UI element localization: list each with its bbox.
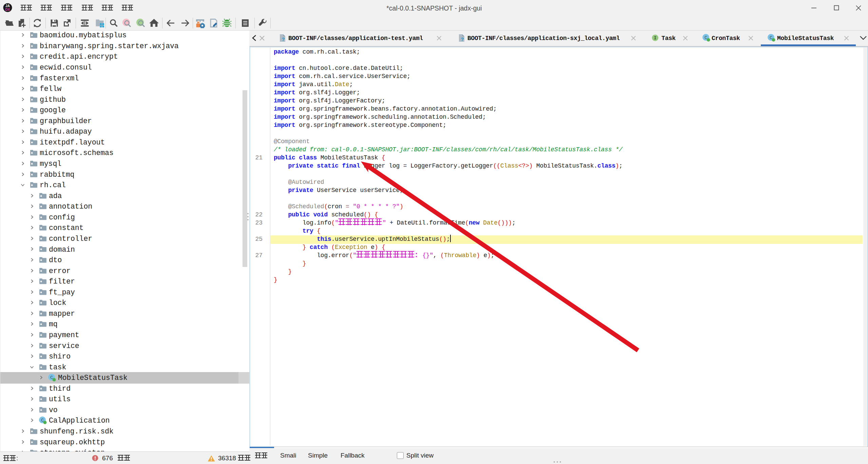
svg-text:?: ? (282, 37, 285, 42)
svg-text:DX: DX (5, 8, 10, 12)
svg-text:?: ? (461, 37, 464, 42)
svg-text:JA: JA (5, 4, 10, 8)
svg-text:I: I (654, 36, 656, 41)
